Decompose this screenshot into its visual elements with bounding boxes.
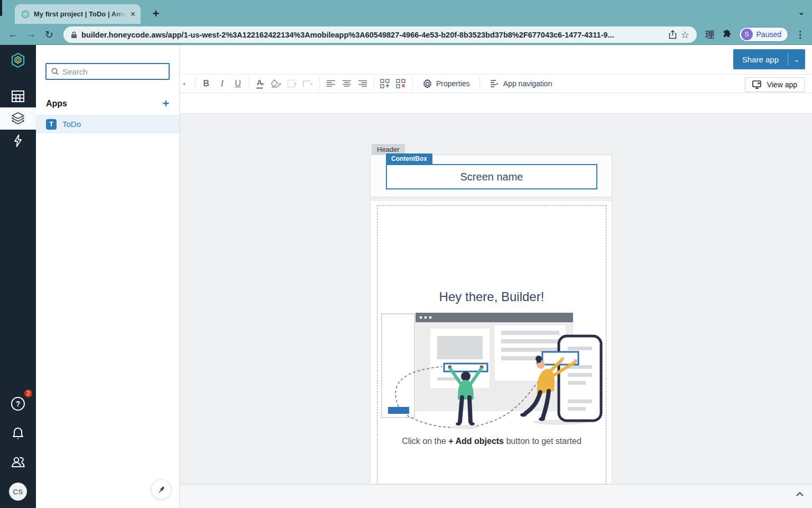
screen-tabs-bar: [180, 93, 812, 114]
share-app-label[interactable]: Share app: [733, 49, 788, 69]
app-name: ToDo: [62, 120, 81, 129]
bookmark-star-icon[interactable]: ☆: [681, 29, 689, 41]
align-left-button[interactable]: [323, 76, 339, 92]
rail-help-icon[interactable]: ? 2: [7, 393, 29, 415]
apps-panel: Apps + T ToDo: [36, 45, 180, 508]
border-style-button[interactable]: ▾: [300, 76, 316, 92]
new-tab-icon[interactable]: +: [149, 7, 163, 21]
view-app-button[interactable]: View app: [745, 77, 805, 92]
builder-main: Share app ⌄ ▾ B I U A▾ ▾ ▾ ▾: [180, 45, 812, 508]
align-center-button[interactable]: [339, 76, 355, 92]
url-text[interactable]: builder.honeycode.aws/app/1-us-west-2%3A…: [81, 31, 665, 39]
contentbox-object-tag[interactable]: ContentBox: [386, 153, 432, 164]
screen-name-text: Screen name: [460, 171, 523, 183]
browser-menu-kebab-icon[interactable]: ⋮: [796, 29, 805, 40]
greeting-heading: Hey there, Builder!: [377, 289, 606, 304]
help-badge: 2: [24, 389, 32, 397]
tab-title: My first project | ToDo | Amazo: [34, 10, 126, 18]
paused-label: Paused: [756, 30, 781, 39]
get-started-caption: Click on the + Add objects button to get…: [377, 437, 606, 446]
share-app-button[interactable]: Share app ⌄: [733, 49, 805, 69]
tab-close-icon[interactable]: ×: [131, 10, 135, 19]
view-app-icon: [752, 80, 762, 89]
apps-heading: Apps: [46, 99, 67, 108]
back-icon[interactable]: ←: [4, 29, 22, 40]
search-box[interactable]: [45, 63, 170, 80]
honeycode-favicon: [21, 10, 30, 19]
fill-color-button[interactable]: ▾: [269, 76, 284, 92]
reload-icon[interactable]: ↻: [40, 29, 58, 41]
add-app-icon[interactable]: +: [162, 98, 169, 110]
builder-top-bar: Share app ⌄: [180, 45, 812, 74]
share-app-chevron-icon[interactable]: ⌄: [788, 49, 805, 69]
rail-team-icon[interactable]: [0, 451, 36, 473]
honeycode-logo[interactable]: [0, 45, 36, 76]
bottom-panel[interactable]: [180, 484, 812, 508]
empty-body-dropzone[interactable]: Hey there, Builder!: [377, 205, 606, 484]
format-toolbar: ▾ B I U A▾ ▾ ▾ ▾: [180, 74, 812, 93]
svg-text:?: ?: [16, 400, 21, 408]
tab-search-chevron-icon[interactable]: ⌄: [798, 7, 805, 17]
profile-paused-pill[interactable]: S Paused: [739, 27, 788, 42]
gear-icon: [422, 79, 432, 89]
delete-objects-button[interactable]: [393, 76, 409, 92]
rail-automations-icon[interactable]: [0, 130, 36, 152]
text-color-button[interactable]: A▾: [253, 76, 269, 92]
app-navigation-button[interactable]: App navigation: [483, 76, 559, 92]
forward-icon[interactable]: →: [22, 29, 40, 40]
rail-notifications-icon[interactable]: [0, 422, 36, 444]
italic-button[interactable]: I: [214, 76, 230, 92]
builder-illustration: [381, 310, 603, 429]
left-rail: ? 2 CS: [0, 45, 36, 508]
properties-label: Properties: [436, 79, 470, 88]
rail-builder-icon[interactable]: [0, 107, 36, 130]
app-navigation-icon: [490, 79, 500, 88]
align-right-button[interactable]: [355, 76, 371, 92]
underline-button[interactable]: U: [230, 76, 246, 92]
profile-avatar: S: [741, 29, 753, 40]
app-canvas[interactable]: Header ContentBox Screen name Hey there,…: [180, 114, 812, 484]
add-objects-hint: + Add objects: [448, 437, 504, 446]
rail-tables-icon[interactable]: [0, 85, 36, 107]
bold-button[interactable]: B: [198, 76, 214, 92]
browser-tab[interactable]: My first project | ToDo | Amazo ×: [15, 4, 141, 24]
share-page-icon[interactable]: [669, 30, 677, 39]
browser-toolbar-right: 理 S Paused ⋮: [706, 24, 812, 45]
extension-kanji-icon[interactable]: 理: [706, 29, 715, 41]
screen-body[interactable]: Hey there, Builder!: [370, 200, 612, 484]
app-list-item-todo[interactable]: T ToDo: [36, 115, 179, 133]
window-corner: [0, 0, 2, 16]
app-initial-badge: T: [46, 119, 57, 130]
properties-button[interactable]: Properties: [416, 76, 476, 92]
font-dropdown-caret-icon[interactable]: ▾: [180, 76, 191, 92]
add-objects-button[interactable]: [377, 76, 393, 92]
search-input[interactable]: [62, 67, 164, 76]
pin-panel-button[interactable]: [151, 479, 171, 500]
app-navigation-label: App navigation: [503, 79, 552, 88]
screen-name-contentbox[interactable]: Screen name: [386, 164, 597, 189]
view-app-label: View app: [767, 80, 797, 89]
extensions-puzzle-icon[interactable]: [722, 30, 732, 39]
address-bar[interactable]: builder.honeycode.aws/app/1-us-west-2%3A…: [63, 26, 697, 43]
search-icon: [51, 68, 59, 75]
lock-icon: [71, 31, 77, 39]
user-avatar[interactable]: CS: [0, 480, 36, 503]
border-color-button[interactable]: ▾: [284, 76, 300, 92]
browser-chrome: My first project | ToDo | Amazo × + ⌄ ← …: [0, 0, 812, 45]
expand-panel-chevron-icon[interactable]: [796, 492, 804, 496]
